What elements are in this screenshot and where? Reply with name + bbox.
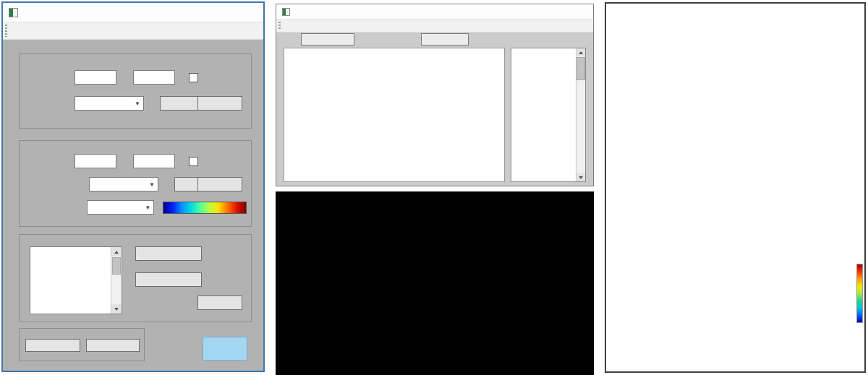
scroll-thumb[interactable] bbox=[112, 257, 121, 275]
chevron-down-icon: ▼ bbox=[135, 100, 140, 107]
hfo-events-listbox[interactable] bbox=[511, 48, 586, 182]
auto-checkbox[interactable] bbox=[189, 73, 198, 82]
jet-colorbar-vertical bbox=[856, 264, 863, 323]
setting-button[interactable] bbox=[301, 33, 354, 46]
scroll-down-icon[interactable] bbox=[111, 304, 122, 314]
reject-button[interactable] bbox=[421, 33, 469, 46]
scrollbar[interactable] bbox=[576, 48, 585, 181]
scroll-down-icon[interactable] bbox=[576, 173, 585, 181]
app-icon bbox=[9, 8, 18, 17]
ripple-energy-chart bbox=[613, 217, 736, 248]
brain-c-image bbox=[784, 258, 864, 330]
bipolar-setting-group bbox=[19, 234, 252, 322]
spectrogram-plot bbox=[284, 48, 504, 80]
jet-colorbar bbox=[163, 202, 247, 214]
filter-freq-to-input[interactable] bbox=[133, 70, 175, 85]
filtered-signal-plot bbox=[284, 125, 504, 158]
fripple-energy-chart bbox=[741, 217, 864, 248]
scroll-up-icon[interactable] bbox=[111, 247, 122, 257]
fripple-time-chart bbox=[741, 186, 864, 217]
load-from-file-button[interactable] bbox=[135, 246, 202, 261]
window-select[interactable]: ▼ bbox=[75, 96, 144, 111]
bipolar-listbox[interactable] bbox=[30, 246, 122, 314]
run-button[interactable] bbox=[203, 337, 247, 361]
brain-3d-viewport[interactable] bbox=[276, 191, 594, 375]
accept-button[interactable] bbox=[197, 177, 242, 191]
spectrum-plot bbox=[284, 161, 504, 190]
toolbar-grip[interactable] bbox=[278, 22, 281, 30]
event-plots-panel bbox=[284, 48, 505, 182]
chevron-down-icon: ▼ bbox=[145, 204, 150, 211]
ripple-count-chart bbox=[613, 155, 736, 186]
report-page bbox=[605, 2, 866, 373]
ripple-time-chart bbox=[613, 186, 736, 217]
brain-render bbox=[276, 191, 594, 375]
brain-b-image bbox=[702, 258, 781, 330]
fripple-count-chart bbox=[741, 155, 864, 186]
accept-button[interactable] bbox=[197, 296, 242, 310]
accept-button[interactable] bbox=[197, 96, 242, 111]
scroll-thumb[interactable] bbox=[576, 57, 585, 80]
mother-function-select[interactable]: ▼ bbox=[89, 177, 158, 191]
user-define-button[interactable] bbox=[135, 272, 202, 287]
toolbar-grip[interactable] bbox=[5, 25, 7, 37]
title-bar[interactable] bbox=[276, 4, 593, 20]
wavelet-setting-group: ▼ ▼ bbox=[19, 140, 252, 227]
raw-signal-plot bbox=[284, 83, 504, 122]
settings-window: ▼ ▼ ▼ bbox=[1, 1, 265, 372]
filter-freq-from-input[interactable] bbox=[75, 70, 116, 85]
menu-bar bbox=[276, 20, 593, 33]
all-checkbox[interactable] bbox=[189, 157, 198, 166]
scroll-up-icon[interactable] bbox=[576, 48, 585, 56]
chevron-down-icon: ▼ bbox=[149, 181, 155, 188]
rank-chart-left bbox=[612, 51, 736, 144]
analysis-result-button[interactable] bbox=[25, 339, 80, 352]
event-toolbar bbox=[276, 32, 593, 47]
brain-a-image bbox=[619, 258, 699, 330]
menu-bar bbox=[3, 22, 263, 40]
rank-chart-right bbox=[738, 51, 862, 144]
clinical-report-button[interactable] bbox=[86, 339, 140, 352]
scrollbar[interactable] bbox=[111, 247, 122, 314]
event-window bbox=[276, 4, 594, 186]
wavelet-freq-to-input[interactable] bbox=[133, 154, 175, 168]
export-group bbox=[19, 328, 145, 361]
title-bar[interactable] bbox=[3, 3, 263, 22]
app-icon bbox=[282, 8, 290, 16]
wavelet-freq-from-input[interactable] bbox=[75, 154, 116, 168]
filter-setting-group: ▼ bbox=[19, 53, 252, 129]
colorbar-select[interactable]: ▼ bbox=[87, 200, 154, 215]
